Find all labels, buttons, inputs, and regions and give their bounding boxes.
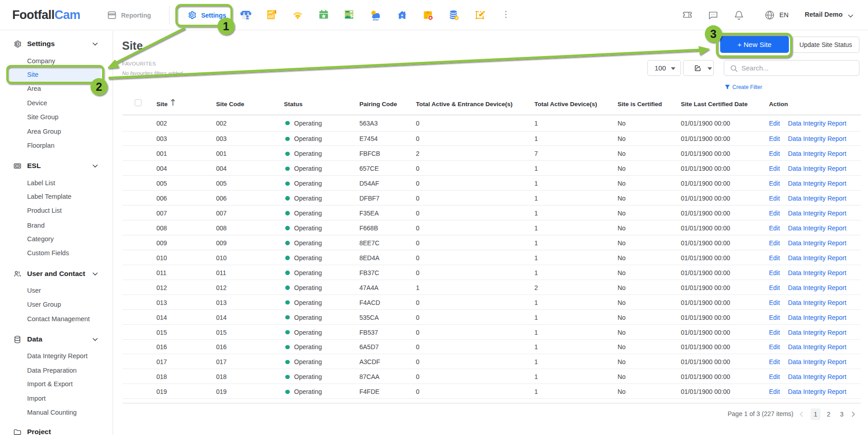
svg-text:$: $ bbox=[350, 14, 353, 19]
